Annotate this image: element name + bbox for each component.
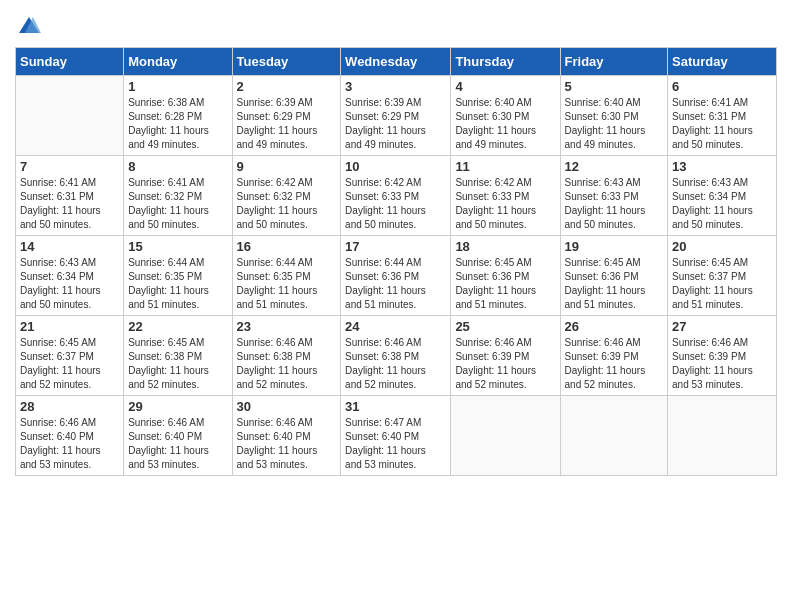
calendar-cell: 3Sunrise: 6:39 AM Sunset: 6:29 PM Daylig… bbox=[341, 76, 451, 156]
calendar-cell: 28Sunrise: 6:46 AM Sunset: 6:40 PM Dayli… bbox=[16, 396, 124, 476]
day-info: Sunrise: 6:46 AM Sunset: 6:40 PM Dayligh… bbox=[128, 416, 227, 472]
day-number: 8 bbox=[128, 159, 227, 174]
calendar-cell: 14Sunrise: 6:43 AM Sunset: 6:34 PM Dayli… bbox=[16, 236, 124, 316]
calendar-cell: 31Sunrise: 6:47 AM Sunset: 6:40 PM Dayli… bbox=[341, 396, 451, 476]
day-number: 20 bbox=[672, 239, 772, 254]
day-number: 15 bbox=[128, 239, 227, 254]
calendar-cell: 26Sunrise: 6:46 AM Sunset: 6:39 PM Dayli… bbox=[560, 316, 668, 396]
day-info: Sunrise: 6:45 AM Sunset: 6:37 PM Dayligh… bbox=[672, 256, 772, 312]
calendar-cell: 20Sunrise: 6:45 AM Sunset: 6:37 PM Dayli… bbox=[668, 236, 777, 316]
day-info: Sunrise: 6:44 AM Sunset: 6:35 PM Dayligh… bbox=[128, 256, 227, 312]
day-number: 22 bbox=[128, 319, 227, 334]
logo bbox=[15, 15, 41, 35]
day-number: 31 bbox=[345, 399, 446, 414]
day-info: Sunrise: 6:41 AM Sunset: 6:31 PM Dayligh… bbox=[672, 96, 772, 152]
calendar-cell: 7Sunrise: 6:41 AM Sunset: 6:31 PM Daylig… bbox=[16, 156, 124, 236]
day-info: Sunrise: 6:39 AM Sunset: 6:29 PM Dayligh… bbox=[237, 96, 337, 152]
day-number: 1 bbox=[128, 79, 227, 94]
header-wednesday: Wednesday bbox=[341, 48, 451, 76]
calendar-cell: 2Sunrise: 6:39 AM Sunset: 6:29 PM Daylig… bbox=[232, 76, 341, 156]
day-info: Sunrise: 6:43 AM Sunset: 6:34 PM Dayligh… bbox=[672, 176, 772, 232]
calendar-cell: 9Sunrise: 6:42 AM Sunset: 6:32 PM Daylig… bbox=[232, 156, 341, 236]
day-info: Sunrise: 6:41 AM Sunset: 6:32 PM Dayligh… bbox=[128, 176, 227, 232]
day-number: 14 bbox=[20, 239, 119, 254]
calendar-cell: 12Sunrise: 6:43 AM Sunset: 6:33 PM Dayli… bbox=[560, 156, 668, 236]
calendar-cell: 8Sunrise: 6:41 AM Sunset: 6:32 PM Daylig… bbox=[124, 156, 232, 236]
calendar-cell: 18Sunrise: 6:45 AM Sunset: 6:36 PM Dayli… bbox=[451, 236, 560, 316]
day-info: Sunrise: 6:42 AM Sunset: 6:32 PM Dayligh… bbox=[237, 176, 337, 232]
day-number: 19 bbox=[565, 239, 664, 254]
header-saturday: Saturday bbox=[668, 48, 777, 76]
day-number: 6 bbox=[672, 79, 772, 94]
day-info: Sunrise: 6:46 AM Sunset: 6:39 PM Dayligh… bbox=[565, 336, 664, 392]
calendar-cell: 19Sunrise: 6:45 AM Sunset: 6:36 PM Dayli… bbox=[560, 236, 668, 316]
day-info: Sunrise: 6:40 AM Sunset: 6:30 PM Dayligh… bbox=[455, 96, 555, 152]
day-number: 29 bbox=[128, 399, 227, 414]
calendar-cell: 10Sunrise: 6:42 AM Sunset: 6:33 PM Dayli… bbox=[341, 156, 451, 236]
calendar-cell: 5Sunrise: 6:40 AM Sunset: 6:30 PM Daylig… bbox=[560, 76, 668, 156]
calendar-cell bbox=[451, 396, 560, 476]
day-info: Sunrise: 6:43 AM Sunset: 6:33 PM Dayligh… bbox=[565, 176, 664, 232]
calendar-cell: 25Sunrise: 6:46 AM Sunset: 6:39 PM Dayli… bbox=[451, 316, 560, 396]
calendar-cell: 29Sunrise: 6:46 AM Sunset: 6:40 PM Dayli… bbox=[124, 396, 232, 476]
header bbox=[15, 15, 777, 35]
day-number: 4 bbox=[455, 79, 555, 94]
day-info: Sunrise: 6:45 AM Sunset: 6:38 PM Dayligh… bbox=[128, 336, 227, 392]
calendar-week-row-3: 21Sunrise: 6:45 AM Sunset: 6:37 PM Dayli… bbox=[16, 316, 777, 396]
calendar-cell: 16Sunrise: 6:44 AM Sunset: 6:35 PM Dayli… bbox=[232, 236, 341, 316]
day-info: Sunrise: 6:46 AM Sunset: 6:38 PM Dayligh… bbox=[345, 336, 446, 392]
day-info: Sunrise: 6:44 AM Sunset: 6:35 PM Dayligh… bbox=[237, 256, 337, 312]
calendar-cell: 27Sunrise: 6:46 AM Sunset: 6:39 PM Dayli… bbox=[668, 316, 777, 396]
day-number: 27 bbox=[672, 319, 772, 334]
day-info: Sunrise: 6:44 AM Sunset: 6:36 PM Dayligh… bbox=[345, 256, 446, 312]
day-info: Sunrise: 6:41 AM Sunset: 6:31 PM Dayligh… bbox=[20, 176, 119, 232]
day-info: Sunrise: 6:45 AM Sunset: 6:36 PM Dayligh… bbox=[565, 256, 664, 312]
day-number: 11 bbox=[455, 159, 555, 174]
calendar-cell: 4Sunrise: 6:40 AM Sunset: 6:30 PM Daylig… bbox=[451, 76, 560, 156]
calendar-cell: 30Sunrise: 6:46 AM Sunset: 6:40 PM Dayli… bbox=[232, 396, 341, 476]
day-info: Sunrise: 6:46 AM Sunset: 6:39 PM Dayligh… bbox=[672, 336, 772, 392]
header-thursday: Thursday bbox=[451, 48, 560, 76]
day-info: Sunrise: 6:45 AM Sunset: 6:36 PM Dayligh… bbox=[455, 256, 555, 312]
day-info: Sunrise: 6:39 AM Sunset: 6:29 PM Dayligh… bbox=[345, 96, 446, 152]
day-info: Sunrise: 6:46 AM Sunset: 6:38 PM Dayligh… bbox=[237, 336, 337, 392]
day-number: 23 bbox=[237, 319, 337, 334]
calendar-week-row-0: 1Sunrise: 6:38 AM Sunset: 6:28 PM Daylig… bbox=[16, 76, 777, 156]
day-number: 5 bbox=[565, 79, 664, 94]
day-number: 25 bbox=[455, 319, 555, 334]
calendar-cell: 24Sunrise: 6:46 AM Sunset: 6:38 PM Dayli… bbox=[341, 316, 451, 396]
day-info: Sunrise: 6:46 AM Sunset: 6:40 PM Dayligh… bbox=[20, 416, 119, 472]
calendar-cell: 23Sunrise: 6:46 AM Sunset: 6:38 PM Dayli… bbox=[232, 316, 341, 396]
calendar-cell: 15Sunrise: 6:44 AM Sunset: 6:35 PM Dayli… bbox=[124, 236, 232, 316]
day-info: Sunrise: 6:43 AM Sunset: 6:34 PM Dayligh… bbox=[20, 256, 119, 312]
page: Sunday Monday Tuesday Wednesday Thursday… bbox=[0, 0, 792, 612]
day-number: 26 bbox=[565, 319, 664, 334]
calendar-cell bbox=[560, 396, 668, 476]
day-info: Sunrise: 6:40 AM Sunset: 6:30 PM Dayligh… bbox=[565, 96, 664, 152]
calendar-header-row: Sunday Monday Tuesday Wednesday Thursday… bbox=[16, 48, 777, 76]
calendar-week-row-1: 7Sunrise: 6:41 AM Sunset: 6:31 PM Daylig… bbox=[16, 156, 777, 236]
header-monday: Monday bbox=[124, 48, 232, 76]
calendar-cell bbox=[16, 76, 124, 156]
header-tuesday: Tuesday bbox=[232, 48, 341, 76]
header-friday: Friday bbox=[560, 48, 668, 76]
day-number: 16 bbox=[237, 239, 337, 254]
day-number: 28 bbox=[20, 399, 119, 414]
calendar-cell: 1Sunrise: 6:38 AM Sunset: 6:28 PM Daylig… bbox=[124, 76, 232, 156]
day-number: 13 bbox=[672, 159, 772, 174]
calendar-cell: 11Sunrise: 6:42 AM Sunset: 6:33 PM Dayli… bbox=[451, 156, 560, 236]
day-info: Sunrise: 6:46 AM Sunset: 6:40 PM Dayligh… bbox=[237, 416, 337, 472]
calendar-week-row-4: 28Sunrise: 6:46 AM Sunset: 6:40 PM Dayli… bbox=[16, 396, 777, 476]
header-sunday: Sunday bbox=[16, 48, 124, 76]
day-number: 24 bbox=[345, 319, 446, 334]
day-number: 3 bbox=[345, 79, 446, 94]
day-number: 2 bbox=[237, 79, 337, 94]
day-number: 7 bbox=[20, 159, 119, 174]
calendar-cell: 22Sunrise: 6:45 AM Sunset: 6:38 PM Dayli… bbox=[124, 316, 232, 396]
day-info: Sunrise: 6:42 AM Sunset: 6:33 PM Dayligh… bbox=[455, 176, 555, 232]
calendar-table: Sunday Monday Tuesday Wednesday Thursday… bbox=[15, 47, 777, 476]
day-number: 9 bbox=[237, 159, 337, 174]
calendar-cell: 13Sunrise: 6:43 AM Sunset: 6:34 PM Dayli… bbox=[668, 156, 777, 236]
day-number: 12 bbox=[565, 159, 664, 174]
day-info: Sunrise: 6:46 AM Sunset: 6:39 PM Dayligh… bbox=[455, 336, 555, 392]
